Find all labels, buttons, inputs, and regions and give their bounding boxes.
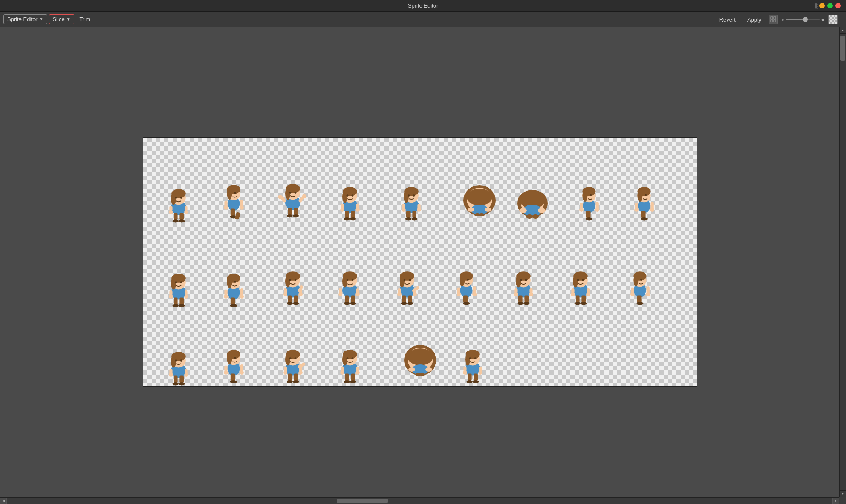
- svg-rect-23: [149, 158, 153, 164]
- svg-rect-2: [771, 20, 773, 22]
- svg-point-61: [413, 194, 415, 197]
- sprite-editor-dropdown[interactable]: Sprite Editor ▼: [3, 14, 47, 24]
- svg-point-32: [153, 143, 157, 151]
- svg-rect-25: [157, 151, 160, 156]
- svg-point-99: [344, 302, 350, 305]
- scroll-thumb-horizontal[interactable]: [337, 499, 388, 503]
- svg-rect-24: [144, 151, 146, 156]
- svg-point-8: [149, 145, 150, 146]
- zoom-slider[interactable]: [786, 19, 820, 20]
- svg-point-68: [405, 217, 411, 220]
- sprite-editor-label: Sprite Editor: [7, 16, 38, 22]
- svg-point-98: [355, 292, 360, 296]
- svg-point-97: [338, 292, 342, 296]
- svg-rect-10: [147, 158, 151, 164]
- scroll-thumb-vertical[interactable]: [840, 36, 845, 61]
- svg-point-75: [485, 208, 491, 212]
- slice-button[interactable]: Slice ▼: [49, 14, 74, 24]
- close-button[interactable]: [835, 3, 841, 8]
- svg-point-54: [287, 214, 292, 217]
- maximize-button[interactable]: [827, 3, 833, 8]
- svg-point-28: [149, 164, 154, 166]
- apply-label: Apply: [747, 16, 761, 23]
- svg-point-27: [157, 156, 160, 159]
- svg-rect-41: [234, 212, 240, 220]
- svg-rect-63: [412, 211, 416, 218]
- svg-rect-12: [144, 152, 146, 156]
- svg-point-22: [152, 144, 154, 146]
- grid-icon: [770, 16, 776, 22]
- apply-button[interactable]: Apply: [743, 15, 766, 24]
- svg-point-69: [411, 217, 417, 220]
- title-bar: Sprite Editor ⋮: [0, 0, 846, 12]
- alpha-toggle-button[interactable]: [828, 15, 838, 24]
- svg-rect-3: [774, 20, 776, 22]
- right-toolbar: Revert Apply ● ●: [715, 12, 838, 27]
- svg-point-40: [152, 164, 157, 166]
- svg-rect-94: [351, 296, 355, 303]
- svg-point-7: [145, 141, 149, 151]
- svg-rect-11: [152, 158, 156, 164]
- svg-point-4: [145, 148, 158, 160]
- svg-point-45: [285, 188, 290, 200]
- sprite-editor-arrow: ▼: [39, 17, 44, 22]
- svg-point-110: [419, 373, 425, 376]
- svg-point-83: [538, 208, 546, 213]
- svg-point-29: [145, 148, 158, 160]
- svg-point-60: [408, 194, 410, 197]
- scroll-up-button[interactable]: ▲: [840, 27, 846, 34]
- svg-point-18: [146, 148, 157, 160]
- svg-point-30: [146, 140, 157, 151]
- horizontal-scrollbar[interactable]: ◀ ▶: [0, 497, 839, 504]
- scroll-left-button[interactable]: ◀: [0, 498, 7, 504]
- svg-rect-49: [294, 208, 298, 215]
- scroll-down-button[interactable]: ▼: [840, 490, 846, 497]
- vertical-scrollbar[interactable]: ▲ ▼: [839, 27, 846, 497]
- svg-point-90: [342, 275, 347, 288]
- scroll-right-button[interactable]: ▶: [832, 498, 839, 504]
- svg-point-5: [146, 140, 157, 151]
- scroll-up-arrow: ▲: [841, 28, 845, 32]
- svg-point-6: [146, 138, 157, 146]
- svg-point-14: [143, 156, 147, 159]
- sprite-sheet-svg: [143, 138, 697, 387]
- svg-point-37: [143, 156, 147, 159]
- zoom-max-icon: ●: [821, 16, 825, 23]
- svg-rect-0: [771, 17, 773, 19]
- svg-point-72: [467, 189, 492, 205]
- svg-rect-34: [152, 158, 156, 164]
- svg-point-9: [153, 145, 154, 146]
- revert-label: Revert: [719, 16, 736, 23]
- svg-rect-36: [157, 152, 159, 156]
- slice-label: Slice: [52, 16, 64, 22]
- svg-point-108: [425, 367, 432, 372]
- zoom-min-icon: ●: [781, 17, 784, 22]
- zoom-slider-container: ● ●: [781, 16, 825, 23]
- svg-point-77: [479, 213, 485, 216]
- svg-point-91: [346, 279, 348, 281]
- trim-button[interactable]: Trim: [76, 15, 94, 24]
- revert-button[interactable]: Revert: [715, 15, 740, 24]
- slice-arrow: ▼: [66, 17, 71, 22]
- svg-point-66: [402, 208, 406, 212]
- svg-point-21: [146, 140, 150, 151]
- svg-point-19: [146, 140, 157, 151]
- sprite-canvas[interactable]: [143, 137, 697, 387]
- svg-point-74: [468, 208, 474, 212]
- minimize-button[interactable]: [819, 3, 825, 8]
- svg-rect-48: [288, 208, 292, 215]
- svg-point-59: [404, 191, 409, 203]
- grid-toggle-button[interactable]: [769, 15, 778, 24]
- trim-label: Trim: [80, 16, 91, 22]
- main-content: [0, 27, 839, 497]
- svg-point-31: [146, 138, 157, 146]
- svg-point-38: [156, 156, 160, 159]
- svg-point-39: [146, 164, 152, 166]
- svg-point-46: [289, 192, 291, 194]
- svg-rect-93: [345, 296, 349, 303]
- svg-point-84: [526, 214, 533, 219]
- menu-dots[interactable]: ⋮: [815, 3, 817, 9]
- svg-point-26: [143, 156, 147, 159]
- svg-rect-62: [406, 211, 411, 218]
- scroll-left-arrow: ◀: [2, 499, 5, 503]
